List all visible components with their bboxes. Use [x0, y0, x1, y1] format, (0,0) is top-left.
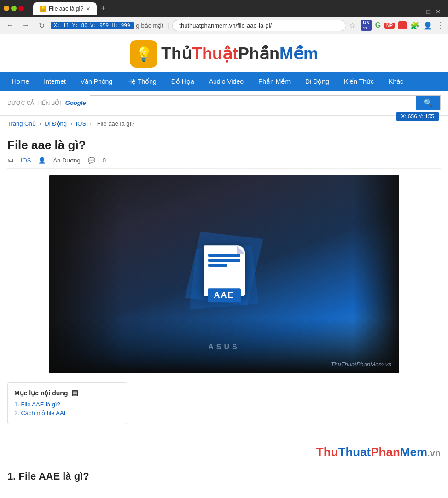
window-minimize-icon[interactable]: — [415, 8, 421, 15]
url-input[interactable] [172, 20, 346, 31]
logo-thuat: Thuật [192, 44, 238, 63]
maximize-btn[interactable] [11, 6, 17, 11]
forward-button[interactable]: → [19, 19, 32, 32]
toc-wrapper: Mục lục nội dung ▤ 1. File AAE là gì? 2.… [7, 382, 127, 424]
nav-internet[interactable]: Internet [36, 72, 73, 91]
tab-favicon: 💡 [40, 6, 46, 12]
breadcrumb-current: File aae là gì? [97, 120, 135, 127]
browser-icons: UN11 G NP 🧩 👤 ⋮ [361, 20, 444, 31]
nav-van-phong[interactable]: Văn Phòng [73, 72, 120, 91]
minimize-btn[interactable] [4, 6, 9, 11]
logo-mem: Mềm [279, 44, 318, 63]
breadcrumb-di-dong[interactable]: Di Động [45, 120, 67, 127]
titlebar: 💡 File aae là gì? × + — □ ✕ [0, 0, 448, 17]
breadcrumb-ios[interactable]: IOS [76, 120, 86, 127]
toc-icon: ▤ [71, 388, 78, 397]
browser-chrome: 💡 File aae là gì? × + — □ ✕ ← → ↻ X: 11 … [0, 0, 448, 34]
article-meta: 🏷 IOS 👤 An Dương 💬 0 [7, 157, 441, 169]
toc-item-1[interactable]: 1. File AAE là gì? [14, 401, 117, 408]
logo-phan: Phần [238, 44, 279, 63]
window-controls [4, 6, 24, 11]
image-watermark: ThuThuatPhanMem.vn [331, 361, 391, 368]
pixel-coords-badge: X: 11 Y: 80 W: 959 H: 999 [51, 22, 134, 29]
logo-icon: 💡 [130, 40, 157, 68]
search-button[interactable]: 🔍 [416, 96, 440, 110]
nav-home[interactable]: Home [5, 72, 36, 91]
reload-button[interactable]: ↻ [35, 19, 48, 32]
breadcrumb-sep1: › [39, 120, 41, 127]
meta-comment-count: 0 [103, 157, 106, 164]
nav-kien-thuc[interactable]: Kiến Thức [337, 72, 381, 91]
nav-di-dong[interactable]: Di Động [298, 72, 337, 91]
site-header: 💡 ThủThuậtPhầnMềm [0, 34, 448, 72]
new-tab-button[interactable]: + [98, 2, 110, 15]
logo-thu: Thủ [161, 44, 192, 63]
search-input-wrapper: 🔍 [90, 95, 441, 110]
asus-label: ASUS [208, 343, 239, 351]
extensions-icon[interactable]: 🧩 [410, 21, 419, 30]
tab-close-btn[interactable]: × [86, 5, 90, 12]
separator: | [167, 22, 169, 29]
back-button[interactable]: ← [4, 19, 17, 32]
nav-phan-mem[interactable]: Phần Mềm [251, 72, 298, 91]
article-image: AAE ThuThuatPhanMem.vn ASUS [49, 175, 399, 373]
tab-title: File aae là gì? [49, 6, 83, 12]
page-wrapper: 💡 ThủThuậtPhầnMềm X: 656 Y: 155 Home Int… [0, 34, 448, 485]
search-bar: ĐƯỢC CẢI TIẾN BỞI Google 🔍 [0, 91, 448, 116]
nav-khac[interactable]: Khác [381, 72, 411, 91]
extension-red[interactable] [398, 21, 407, 29]
google-label: ĐƯỢC CẢI TIẾN BỞI [7, 100, 62, 106]
bookmark-icon[interactable]: ☆ [349, 21, 355, 30]
coords-overlay: X: 656 Y: 155 [396, 112, 439, 121]
logo-text: ThủThuậtPhầnMềm [161, 44, 318, 64]
meta-tag-link[interactable]: IOS [21, 157, 31, 164]
nav-do-hoa[interactable]: Đồ Họa [164, 72, 202, 91]
nav-audio-video[interactable]: Audio Video [202, 72, 251, 91]
meta-tag-icon: 🏷 [7, 157, 13, 164]
security-label: g bảo mật [136, 22, 163, 29]
search-input[interactable] [90, 96, 416, 110]
meta-comment-icon: 💬 [88, 157, 95, 164]
bottom-brand: ThuThuatPhanMem.vn [316, 445, 441, 459]
breadcrumb: Trang Chủ › Di Động › IOS › File aae là … [0, 116, 448, 132]
extension-g[interactable]: G [375, 21, 381, 29]
meta-author: An Dương [53, 157, 80, 164]
logo-wrapper: 💡 ThủThuậtPhầnMềm [130, 40, 318, 68]
tab-bar: 💡 File aae là gì? × + — □ ✕ [29, 2, 444, 15]
section-heading: 1. File AAE là gì? [0, 466, 448, 485]
profile-icon[interactable]: 👤 [423, 21, 432, 30]
extension-np[interactable]: NP [384, 23, 395, 29]
toc-title-text: Mục lục nội dung [14, 389, 68, 397]
close-btn[interactable] [18, 6, 24, 11]
google-brand: Google [65, 99, 86, 106]
main-nav: Home Internet Văn Phòng Hệ Thống Đồ Họa … [0, 72, 448, 91]
meta-author-icon: 👤 [38, 157, 46, 164]
window-restore-icon[interactable]: □ [426, 8, 430, 15]
toc-title: Mục lục nội dung ▤ [14, 388, 117, 397]
window-close-icon[interactable]: ✕ [436, 8, 441, 15]
active-tab[interactable]: 💡 File aae là gì? × [33, 2, 97, 15]
breadcrumb-sep3: › [90, 120, 92, 127]
article-title: File aae là gì? [7, 138, 441, 152]
toc-item-2[interactable]: 2. Cách mở file AAE [14, 410, 117, 417]
menu-icon[interactable]: ⋮ [436, 20, 444, 30]
article-wrapper: File aae là gì? 🏷 IOS 👤 An Dương 💬 0 [0, 132, 448, 466]
address-bar-row: ← → ↻ X: 11 Y: 80 W: 959 H: 999 g bảo mậ… [0, 17, 448, 34]
nav-he-thong[interactable]: Hệ Thống [120, 72, 164, 91]
extension-badge-un[interactable]: UN11 [361, 20, 371, 31]
article-image-wrapper: AAE ThuThuatPhanMem.vn ASUS [7, 175, 441, 373]
breadcrumb-home[interactable]: Trang Chủ [7, 120, 36, 127]
breadcrumb-sep2: › [70, 120, 72, 127]
